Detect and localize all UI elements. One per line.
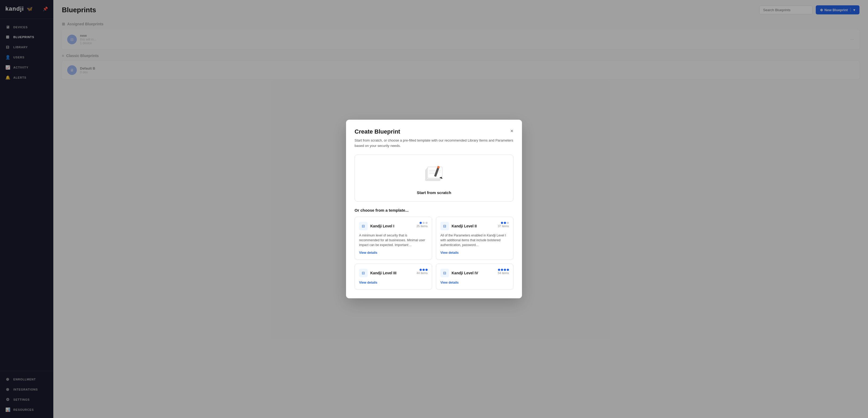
scratch-illustration (423, 165, 445, 187)
title-row: ⊟ Kandji Level III (359, 269, 396, 277)
template-desc-level2: All of the Parameters enabled in Kandji … (440, 233, 509, 247)
template-icon-level4: ⊟ (440, 269, 449, 277)
template-card-level2[interactable]: ⊟ Kandji Level II 37 items All of the Pa… (436, 217, 514, 260)
dot-3 (507, 222, 509, 224)
items-count: 37 items (498, 224, 509, 228)
items-dots (416, 269, 428, 271)
title-row: ⊟ Kandji Level I (359, 222, 394, 230)
template-card-header-level1: ⊟ Kandji Level I 25 items (359, 222, 428, 230)
template-icon-level3: ⊟ (359, 269, 368, 277)
items-count: 25 items (416, 224, 428, 228)
template-card-level4[interactable]: ⊟ Kandji Level IV 54 items View (436, 264, 514, 290)
items-count: 54 items (498, 271, 509, 275)
modal-overlay[interactable]: Create Blueprint × Start from scratch, o… (0, 0, 868, 418)
template-items-level2: 37 items (498, 222, 509, 228)
dot-1 (420, 222, 422, 224)
template-name-level3: Kandji Level III (370, 271, 396, 275)
dot-3 (426, 269, 428, 271)
template-section-title: Or choose from a template... (354, 208, 514, 213)
dot-1 (498, 269, 500, 271)
dot-3 (426, 222, 428, 224)
template-name-level2: Kandji Level II (452, 224, 477, 228)
start-from-scratch-card[interactable]: Start from scratch (354, 155, 514, 201)
template-desc-level1: A minimum level of security that is reco… (359, 233, 428, 247)
template-card-header-level2: ⊟ Kandji Level II 37 items (440, 222, 509, 230)
template-name-level1: Kandji Level I (370, 224, 394, 228)
template-card-header-level4: ⊟ Kandji Level IV 54 items (440, 269, 509, 277)
template-grid: ⊟ Kandji Level I 25 items A minimum leve… (354, 217, 514, 290)
view-details-level3[interactable]: View details (359, 281, 377, 284)
template-icon-level1: ⊟ (359, 222, 368, 230)
dot-4 (507, 269, 509, 271)
title-row: ⊟ Kandji Level II (440, 222, 477, 230)
template-items-level4: 54 items (498, 269, 509, 275)
template-card-header-level3: ⊟ Kandji Level III 44 items (359, 269, 428, 277)
template-items-level1: 25 items (416, 222, 428, 228)
items-dots (498, 269, 509, 271)
scratch-label: Start from scratch (417, 190, 451, 195)
template-card-level1[interactable]: ⊟ Kandji Level I 25 items A minimum leve… (354, 217, 432, 260)
dot-2 (423, 222, 425, 224)
items-dots (416, 222, 428, 224)
dot-2 (504, 222, 506, 224)
view-details-level1[interactable]: View details (359, 251, 377, 255)
view-details-level2[interactable]: View details (440, 251, 459, 255)
dot-3 (504, 269, 506, 271)
template-card-level3[interactable]: ⊟ Kandji Level III 44 items View details (354, 264, 432, 290)
modal-subtitle: Start from scratch, or choose a pre-fill… (354, 138, 514, 148)
dot-1 (501, 222, 503, 224)
modal-header: Create Blueprint × (354, 128, 514, 135)
dot-2 (501, 269, 503, 271)
modal-close-button[interactable]: × (510, 128, 514, 134)
create-blueprint-modal: Create Blueprint × Start from scratch, o… (346, 120, 522, 298)
title-row: ⊟ Kandji Level IV (440, 269, 478, 277)
template-items-level3: 44 items (416, 269, 428, 275)
items-count: 44 items (416, 271, 428, 275)
template-icon-level2: ⊟ (440, 222, 449, 230)
view-details-level4[interactable]: View details (440, 281, 459, 284)
modal-title: Create Blueprint (354, 128, 400, 135)
dot-2 (423, 269, 425, 271)
dot-1 (420, 269, 422, 271)
items-dots (498, 222, 509, 224)
template-name-level4: Kandji Level IV (452, 271, 478, 275)
